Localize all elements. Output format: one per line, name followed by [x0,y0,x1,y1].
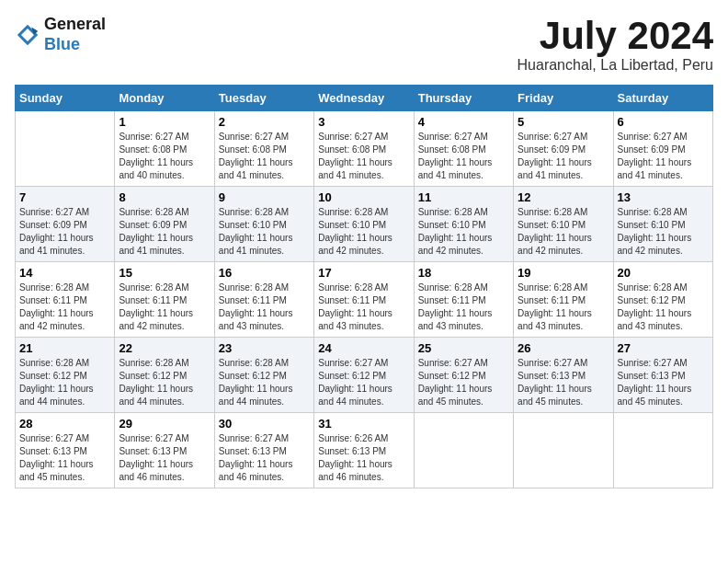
calendar-cell: 2Sunrise: 6:27 AMSunset: 6:08 PMDaylight… [214,111,313,187]
day-info: Sunrise: 6:27 AMSunset: 6:09 PMDaylight:… [518,131,609,182]
calendar-cell: 10Sunrise: 6:28 AMSunset: 6:10 PMDayligh… [314,187,414,262]
calendar-cell: 11Sunrise: 6:28 AMSunset: 6:10 PMDayligh… [414,187,513,262]
day-info: Sunrise: 6:28 AMSunset: 6:11 PMDaylight:… [219,282,310,333]
calendar-cell: 20Sunrise: 6:28 AMSunset: 6:12 PMDayligh… [613,262,712,338]
day-number: 16 [219,266,310,280]
day-number: 2 [219,115,310,129]
day-number: 17 [318,266,409,280]
calendar-cell: 16Sunrise: 6:28 AMSunset: 6:11 PMDayligh… [214,262,313,338]
calendar-cell: 9Sunrise: 6:28 AMSunset: 6:10 PMDaylight… [214,187,313,262]
day-number: 26 [518,341,609,355]
days-header-row: SundayMondayTuesdayWednesdayThursdayFrid… [16,86,713,111]
day-number: 13 [618,190,709,204]
day-number: 27 [618,341,709,355]
day-info: Sunrise: 6:28 AMSunset: 6:12 PMDaylight:… [19,357,110,408]
calendar-cell [16,111,115,187]
day-info: Sunrise: 6:28 AMSunset: 6:10 PMDaylight:… [618,206,709,258]
day-number: 24 [318,341,409,355]
day-info: Sunrise: 6:28 AMSunset: 6:10 PMDaylight:… [418,206,509,258]
calendar-cell [414,413,513,488]
calendar-table: SundayMondayTuesdayWednesdayThursdayFrid… [15,85,713,488]
day-info: Sunrise: 6:27 AMSunset: 6:12 PMDaylight:… [418,357,509,408]
calendar-cell: 24Sunrise: 6:27 AMSunset: 6:12 PMDayligh… [314,338,414,413]
day-number: 19 [518,266,609,280]
day-number: 15 [119,266,210,280]
logo-blue-text: Blue [44,35,80,53]
day-info: Sunrise: 6:27 AMSunset: 6:08 PMDaylight:… [318,131,409,182]
day-info: Sunrise: 6:27 AMSunset: 6:08 PMDaylight:… [219,131,310,182]
calendar-cell: 12Sunrise: 6:28 AMSunset: 6:10 PMDayligh… [514,187,613,262]
day-info: Sunrise: 6:28 AMSunset: 6:11 PMDaylight:… [318,282,409,333]
week-row-5: 28Sunrise: 6:27 AMSunset: 6:13 PMDayligh… [16,413,713,488]
calendar-cell: 14Sunrise: 6:28 AMSunset: 6:11 PMDayligh… [16,262,115,338]
calendar-cell: 25Sunrise: 6:27 AMSunset: 6:12 PMDayligh… [414,338,513,413]
subtitle: Huaranchal, La Libertad, Peru [518,57,713,74]
calendar-cell: 15Sunrise: 6:28 AMSunset: 6:11 PMDayligh… [115,262,214,338]
day-number: 10 [318,190,409,204]
day-number: 7 [19,190,110,204]
day-info: Sunrise: 6:27 AMSunset: 6:09 PMDaylight:… [618,131,709,182]
day-number: 5 [518,115,609,129]
day-info: Sunrise: 6:27 AMSunset: 6:12 PMDaylight:… [318,357,409,408]
day-info: Sunrise: 6:27 AMSunset: 6:13 PMDaylight:… [518,357,609,408]
day-info: Sunrise: 6:28 AMSunset: 6:11 PMDaylight:… [518,282,609,333]
week-row-3: 14Sunrise: 6:28 AMSunset: 6:11 PMDayligh… [16,262,713,338]
day-number: 14 [19,266,110,280]
calendar-cell [613,413,712,488]
calendar-cell: 28Sunrise: 6:27 AMSunset: 6:13 PMDayligh… [16,413,115,488]
week-row-4: 21Sunrise: 6:28 AMSunset: 6:12 PMDayligh… [16,338,713,413]
day-number: 3 [318,115,409,129]
day-number: 21 [19,341,110,355]
day-info: Sunrise: 6:28 AMSunset: 6:12 PMDaylight:… [119,357,210,408]
day-info: Sunrise: 6:27 AMSunset: 6:08 PMDaylight:… [418,131,509,182]
day-info: Sunrise: 6:27 AMSunset: 6:13 PMDaylight:… [219,432,310,484]
day-number: 11 [418,190,509,204]
day-info: Sunrise: 6:28 AMSunset: 6:12 PMDaylight:… [618,282,709,333]
week-row-2: 7Sunrise: 6:27 AMSunset: 6:09 PMDaylight… [16,187,713,262]
calendar-cell: 17Sunrise: 6:28 AMSunset: 6:11 PMDayligh… [314,262,414,338]
day-number: 25 [418,341,509,355]
day-header-saturday: Saturday [613,86,712,111]
day-number: 6 [618,115,709,129]
logo-general-text: General [44,15,106,33]
day-info: Sunrise: 6:27 AMSunset: 6:13 PMDaylight:… [618,357,709,408]
calendar-cell: 18Sunrise: 6:28 AMSunset: 6:11 PMDayligh… [414,262,513,338]
day-header-tuesday: Tuesday [214,86,313,111]
calendar-cell: 3Sunrise: 6:27 AMSunset: 6:08 PMDaylight… [314,111,414,187]
day-number: 31 [318,417,409,431]
day-header-sunday: Sunday [16,86,115,111]
calendar-cell: 23Sunrise: 6:28 AMSunset: 6:12 PMDayligh… [214,338,313,413]
day-info: Sunrise: 6:27 AMSunset: 6:13 PMDaylight:… [19,432,110,484]
calendar-cell: 27Sunrise: 6:27 AMSunset: 6:13 PMDayligh… [613,338,712,413]
calendar-cell: 29Sunrise: 6:27 AMSunset: 6:13 PMDayligh… [115,413,214,488]
day-number: 4 [418,115,509,129]
day-number: 9 [219,190,310,204]
calendar-cell: 5Sunrise: 6:27 AMSunset: 6:09 PMDaylight… [514,111,613,187]
day-info: Sunrise: 6:28 AMSunset: 6:10 PMDaylight:… [318,206,409,258]
day-info: Sunrise: 6:28 AMSunset: 6:11 PMDaylight:… [119,282,210,333]
calendar-cell: 31Sunrise: 6:26 AMSunset: 6:13 PMDayligh… [314,413,414,488]
day-number: 30 [219,417,310,431]
day-number: 20 [618,266,709,280]
day-info: Sunrise: 6:28 AMSunset: 6:10 PMDaylight:… [518,206,609,258]
calendar-cell: 13Sunrise: 6:28 AMSunset: 6:10 PMDayligh… [613,187,712,262]
logo: General Blue [15,15,106,54]
day-number: 28 [19,417,110,431]
calendar-cell: 21Sunrise: 6:28 AMSunset: 6:12 PMDayligh… [16,338,115,413]
day-header-thursday: Thursday [414,86,513,111]
calendar-cell: 26Sunrise: 6:27 AMSunset: 6:13 PMDayligh… [514,338,613,413]
day-number: 8 [119,190,210,204]
main-title: July 2024 [518,15,713,57]
calendar-cell: 4Sunrise: 6:27 AMSunset: 6:08 PMDaylight… [414,111,513,187]
day-info: Sunrise: 6:28 AMSunset: 6:12 PMDaylight:… [219,357,310,408]
day-number: 23 [219,341,310,355]
day-info: Sunrise: 6:27 AMSunset: 6:08 PMDaylight:… [119,131,210,182]
day-header-monday: Monday [115,86,214,111]
day-header-wednesday: Wednesday [314,86,414,111]
logo-icon [15,22,40,48]
day-number: 12 [518,190,609,204]
day-info: Sunrise: 6:28 AMSunset: 6:11 PMDaylight:… [19,282,110,333]
calendar-cell: 6Sunrise: 6:27 AMSunset: 6:09 PMDaylight… [613,111,712,187]
calendar-cell: 1Sunrise: 6:27 AMSunset: 6:08 PMDaylight… [115,111,214,187]
calendar-cell: 30Sunrise: 6:27 AMSunset: 6:13 PMDayligh… [214,413,313,488]
